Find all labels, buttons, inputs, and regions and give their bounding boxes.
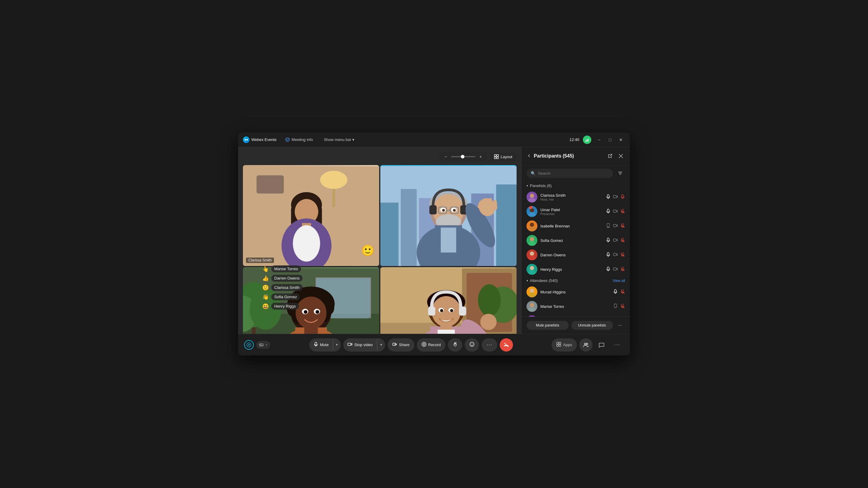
video-icon-clarissa bbox=[613, 194, 618, 200]
video-person-clarissa bbox=[243, 165, 379, 266]
reaction-name-sofia: Sofia Gomez bbox=[271, 293, 300, 300]
audio-icon-sofia bbox=[606, 238, 611, 243]
apps-button[interactable]: Apps bbox=[552, 338, 577, 352]
svg-point-182 bbox=[422, 342, 426, 347]
layout-button[interactable]: Layout bbox=[490, 153, 517, 161]
search-input[interactable] bbox=[538, 171, 609, 175]
stop-video-main-button[interactable]: Stop video bbox=[343, 339, 377, 350]
svg-rect-3 bbox=[587, 139, 587, 141]
share-button[interactable]: Share bbox=[388, 338, 414, 352]
app-name: Webex Events bbox=[251, 137, 277, 142]
maximize-button[interactable]: □ bbox=[606, 135, 614, 144]
record-button[interactable]: Record bbox=[417, 338, 446, 352]
svg-point-172 bbox=[530, 303, 534, 307]
participant-row-isabelle[interactable]: Isabelle Brennan bbox=[522, 219, 630, 233]
mic-icon bbox=[313, 342, 318, 348]
svg-rect-144 bbox=[613, 195, 616, 198]
shield-icon bbox=[285, 137, 290, 142]
participant-row-matt[interactable]: MP Matt Park bbox=[522, 314, 630, 317]
participants-panel-button[interactable] bbox=[579, 338, 592, 352]
svg-rect-180 bbox=[348, 343, 351, 346]
close-button[interactable]: ✕ bbox=[617, 135, 625, 144]
show-menu-button[interactable]: Show menu bar ▾ bbox=[321, 136, 357, 143]
main-content: − + Layout bbox=[238, 147, 630, 334]
toolbar-more-button[interactable]: ··· bbox=[611, 338, 624, 352]
zoom-slider[interactable] bbox=[451, 156, 475, 157]
participant-name-clarissa: Clarissa Smith bbox=[246, 258, 274, 263]
apps-icon bbox=[556, 342, 561, 348]
participant-row-marise[interactable]: Marise Torres bbox=[522, 299, 630, 314]
minimize-button[interactable]: − bbox=[595, 135, 603, 144]
panel-close-button[interactable] bbox=[617, 152, 625, 160]
avatar-clarissa bbox=[527, 192, 537, 202]
zoom-out-button[interactable]: − bbox=[443, 154, 449, 160]
participant-controls-umar bbox=[606, 209, 625, 215]
view-all-button[interactable]: View all bbox=[613, 279, 625, 283]
participant-row-sofia[interactable]: Sofia Gomez bbox=[522, 233, 630, 248]
participant-row-henry[interactable]: Henry Riggs bbox=[522, 262, 630, 276]
svg-point-184 bbox=[470, 342, 474, 347]
panelists-section-header: ▾ Panelists (6) bbox=[522, 182, 630, 190]
share-label: Share bbox=[399, 343, 410, 347]
toolbar-right: Apps ··· bbox=[552, 338, 624, 352]
search-row: 🔍 bbox=[522, 165, 630, 179]
svg-point-161 bbox=[530, 252, 534, 256]
reaction-name-darren: Darren Owens bbox=[271, 275, 303, 282]
participant-role-clarissa: Host, me bbox=[540, 198, 603, 201]
svg-rect-177 bbox=[259, 344, 263, 346]
participant-row-clarissa[interactable]: Clarissa Smith Host, me bbox=[522, 190, 630, 204]
device-icon-isabelle bbox=[606, 223, 611, 229]
video-area: − + Layout bbox=[238, 147, 521, 334]
sort-button[interactable] bbox=[615, 168, 625, 178]
svg-point-193 bbox=[587, 343, 588, 345]
emoji-icon bbox=[470, 342, 474, 348]
participant-row-darren[interactable]: Darren Owens bbox=[522, 248, 630, 262]
mute-dropdown-button[interactable]: ▾ bbox=[333, 340, 341, 349]
participant-info-darren: Darren Owens bbox=[540, 253, 603, 257]
rec-dot bbox=[530, 206, 532, 208]
svg-rect-159 bbox=[613, 239, 616, 241]
svg-point-185 bbox=[471, 344, 472, 344]
participant-row-umar[interactable]: Umar Patel Presenter bbox=[522, 204, 630, 219]
end-call-button[interactable] bbox=[500, 338, 513, 352]
caption-button[interactable]: ▾ bbox=[256, 341, 270, 349]
svg-point-94 bbox=[450, 309, 453, 313]
mute-main-button[interactable]: Mute bbox=[309, 339, 333, 350]
svg-point-71 bbox=[315, 310, 319, 314]
unmute-panelists-button[interactable]: Unmute panelists bbox=[571, 321, 613, 330]
participant-row-murad[interactable]: Murad Higgins bbox=[522, 285, 630, 299]
record-label: Record bbox=[428, 343, 441, 347]
signal-icon bbox=[583, 135, 591, 144]
svg-rect-190 bbox=[557, 345, 558, 347]
svg-point-93 bbox=[440, 309, 443, 313]
meeting-info-button[interactable]: Meeting info bbox=[283, 136, 315, 143]
reaction-feed: 👆 Marise Torres 👍 Darren Owens 🙂 Clariss… bbox=[262, 265, 303, 310]
mute-panelists-button[interactable]: Mute panelists bbox=[527, 321, 569, 330]
participant-controls-marise bbox=[613, 304, 625, 310]
mic-muted-icon-murad bbox=[620, 289, 625, 295]
audio-icon-henry bbox=[606, 267, 611, 272]
emoji-button[interactable] bbox=[465, 338, 479, 352]
layout-label: Layout bbox=[501, 155, 513, 159]
reactions-button[interactable] bbox=[448, 338, 462, 352]
chat-button[interactable] bbox=[595, 338, 608, 352]
stop-video-dropdown-button[interactable]: ▾ bbox=[377, 340, 385, 349]
webex-icon bbox=[243, 136, 250, 143]
record-icon bbox=[422, 342, 427, 348]
panel-popout-button[interactable] bbox=[606, 152, 614, 160]
svg-rect-2 bbox=[585, 140, 586, 141]
svg-rect-174 bbox=[614, 304, 617, 307]
svg-point-192 bbox=[584, 343, 586, 345]
more-options-button[interactable]: ··· bbox=[482, 338, 497, 352]
svg-rect-154 bbox=[607, 227, 610, 228]
avatar-henry bbox=[527, 264, 537, 275]
panel-more-button[interactable]: ··· bbox=[615, 321, 625, 330]
title-bar: Webex Events Meeting info Show menu bar … bbox=[238, 133, 630, 147]
mic-muted-icon-henry bbox=[620, 267, 625, 272]
panel-collapse-button[interactable] bbox=[527, 153, 531, 159]
zoom-in-button[interactable]: + bbox=[478, 154, 484, 160]
toolbar-more-icon: ··· bbox=[614, 341, 620, 348]
caption-icon bbox=[259, 343, 264, 347]
participant-name-label-umar: Umar Patel bbox=[540, 207, 603, 212]
svg-rect-189 bbox=[559, 342, 561, 344]
